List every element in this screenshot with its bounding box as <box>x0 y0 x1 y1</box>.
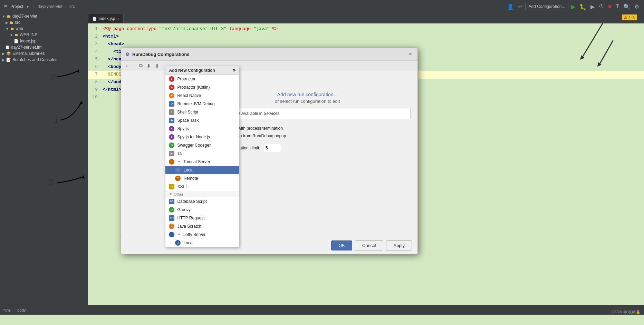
xslt-label: XSLT <box>177 184 187 189</box>
dropdown-item-react-native[interactable]: ● React Native <box>165 91 239 100</box>
shell-script-label: Shell Script <box>177 110 198 115</box>
http-request-label: HTTP Request <box>177 216 204 220</box>
add-configuration-button[interactable]: Add Configuration... <box>525 3 568 10</box>
topbar-profile-btn[interactable]: ⏱ <box>597 3 606 10</box>
topbar-breadcrumb-project: day27-servlet <box>38 4 63 9</box>
dialog-title-text: Run/Debug Configurations <box>132 52 189 57</box>
ok-button[interactable]: OK <box>331 240 352 250</box>
apply-button[interactable]: Apply <box>386 240 412 250</box>
dropdown-item-tomcat-server[interactable]: T ▼ Tomcat Server <box>165 158 239 166</box>
cancel-button[interactable]: Cancel <box>355 240 383 250</box>
jetty-label: Jetty Server <box>183 232 205 237</box>
topbar-stop-btn[interactable]: ■ <box>607 3 613 10</box>
protractor-kotlin-icon: ● <box>169 85 174 90</box>
db-script-icon: DB <box>169 199 174 204</box>
tail-icon: ▶ <box>169 151 174 156</box>
protractor-kotlin-label: Protractor (Kotlin) <box>177 85 210 90</box>
dropdown-item-protractor[interactable]: ● Protractor <box>165 75 239 83</box>
jetty-local-icon: J <box>175 240 181 246</box>
dropdown-item-swagger[interactable]: S Swagger Codegen <box>165 141 239 149</box>
dropdown-item-groovy[interactable]: G Groovy <box>165 206 239 214</box>
tail-label: Tail <box>177 151 183 156</box>
project-label: Project <box>10 4 23 9</box>
jetty-expand-icon: ▼ <box>177 233 181 236</box>
dialog-title: ⚙ Run/Debug Configurations <box>125 52 189 57</box>
toolbar-move-down-btn[interactable]: ⬇ <box>145 62 152 69</box>
groovy-icon: G <box>169 207 174 213</box>
dialog-toolbar: + − ⧉ ⬇ ⬆ Add New Configuration ⇅ ● Prot… <box>121 61 417 71</box>
topbar-settings-btn[interactable]: ⚙ <box>633 3 641 11</box>
remote-label: Remote <box>183 176 198 181</box>
database-script-label: Database Script <box>177 199 206 204</box>
groovy-label: Groovy <box>177 207 191 212</box>
dropdown-item-remote-jvm[interactable]: D Remote JVM Debug <box>165 100 239 108</box>
topbar-undo-btn[interactable]: ↩ <box>517 3 524 11</box>
local-label: Local <box>183 168 193 173</box>
topbar-run-btn[interactable]: ▶ <box>570 3 577 11</box>
protractor-label: Protractor <box>177 77 195 81</box>
add-new-config-dropdown: Add New Configuration ⇅ ● Protractor ● P… <box>165 66 239 247</box>
space-task-label: Space Task <box>177 118 199 123</box>
topbar-right-actions: 👤 ↩ Add Configuration... ▶ 🐛 ▶ ⏱ ■ T 🔍 ⚙ <box>506 3 641 11</box>
ide-topbar: ☰ Project ▼ | day27-servlet › src 👤 ↩ Ad… <box>0 0 644 13</box>
swagger-label: Swagger Codegen <box>177 143 211 148</box>
dropdown-item-space-task[interactable]: ◆ Space Task <box>165 116 239 125</box>
dropdown-item-jetty-local[interactable]: J Local <box>165 239 239 247</box>
dropdown-item-http-request[interactable]: API HTTP Request <box>165 214 239 222</box>
remote-icon: T <box>175 176 181 181</box>
dropdown-item-remote[interactable]: T Remote <box>165 174 239 183</box>
dialog-title-icon: ⚙ <box>125 52 129 57</box>
config-placeholder-sub: or select run configuration to edit <box>275 99 340 104</box>
dropdown-item-protractor-kotlin[interactable]: ● Protractor (Kotlin) <box>165 83 239 91</box>
http-icon: API <box>169 215 174 221</box>
swagger-icon: S <box>169 142 174 148</box>
jetty-icon: J <box>169 232 174 237</box>
temp-limit-input[interactable] <box>264 144 281 152</box>
tomcat-label: Tomcat Server <box>183 159 210 164</box>
remote-jvm-icon: D <box>169 101 174 107</box>
dropdown-item-xslt[interactable]: XS XSLT <box>165 183 239 191</box>
spyjs-node-icon: s <box>169 134 174 140</box>
react-native-icon: ● <box>169 93 174 98</box>
dropdown-item-jetty-server[interactable]: J ▼ Jetty Server <box>165 230 239 239</box>
dropdown-item-spyjs[interactable]: s Spy-js <box>165 125 239 133</box>
dropdown-sort-icon: ⇅ <box>233 68 236 72</box>
dropdown-item-tail[interactable]: ▶ Tail <box>165 149 239 158</box>
other-category-header: ▼ Other <box>165 191 239 197</box>
toolbar-copy-btn[interactable]: ⧉ <box>138 62 144 69</box>
dropdown-item-java-scratch[interactable]: J Java Scratch <box>165 222 239 230</box>
modal-overlay: ⚙ Run/Debug Configurations × + − ⧉ ⬇ ⬆ A… <box>0 13 644 315</box>
other-category-label: Other <box>174 192 183 196</box>
jetty-local-label: Local <box>183 240 193 245</box>
other-expand-icon: ▼ <box>169 192 172 196</box>
topbar-coverage-btn[interactable]: ▶ <box>589 3 596 11</box>
dropdown-header-label: Add New Configuration <box>169 68 215 73</box>
topbar-search-btn[interactable]: 🔍 <box>622 3 632 11</box>
dropdown-header: Add New Configuration ⇅ <box>165 66 239 75</box>
add-new-run-config-link[interactable]: Add new run configuration... <box>277 92 337 97</box>
java-scratch-label: Java Scratch <box>177 224 201 229</box>
toolbar-move-up-btn[interactable]: ⬆ <box>154 62 161 69</box>
toolbar-add-btn[interactable]: + <box>124 62 129 69</box>
java-scratch-icon: J <box>169 224 174 229</box>
dropdown-item-shell-script[interactable]: > Shell Script <box>165 108 239 116</box>
toolbar-separator <box>163 63 163 69</box>
toolbar-remove-btn[interactable]: − <box>131 62 136 69</box>
topbar-debug-btn[interactable]: 🐛 <box>578 3 588 11</box>
tomcat-icon: T <box>169 159 174 165</box>
local-icon: T <box>175 167 181 173</box>
topbar-translate-btn[interactable]: T <box>614 3 621 10</box>
run-debug-dialog: ⚙ Run/Debug Configurations × + − ⧉ ⬇ ⬆ A… <box>121 48 418 254</box>
topbar-user-btn[interactable]: 👤 <box>506 3 515 11</box>
dropdown-item-local[interactable]: T Local <box>165 166 239 174</box>
dropdown-item-database-script[interactable]: DB Database Script <box>165 197 239 206</box>
dialog-close-button[interactable]: × <box>407 51 413 58</box>
dropdown-item-spyjs-node[interactable]: s Spy-js for Node.js <box>165 133 239 141</box>
project-icon: ☰ <box>3 4 8 9</box>
shell-script-icon: > <box>169 109 174 115</box>
xslt-icon: XS <box>169 184 174 189</box>
protractor-icon: ● <box>169 76 174 82</box>
dialog-titlebar: ⚙ Run/Debug Configurations × <box>121 48 417 61</box>
project-dropdown-icon[interactable]: ▼ <box>26 5 29 9</box>
space-task-icon: ◆ <box>169 118 174 123</box>
